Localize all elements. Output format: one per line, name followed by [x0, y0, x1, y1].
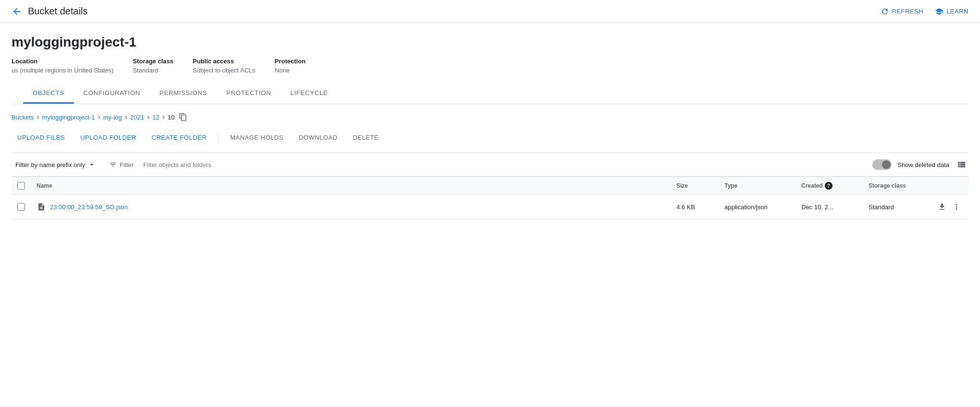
breadcrumb-10: 10 — [168, 114, 174, 121]
created-help-icon[interactable]: ? — [825, 182, 833, 190]
select-all-checkbox[interactable] — [17, 182, 25, 190]
toggle-slider — [872, 159, 892, 170]
public-access-value: Subject to object ACLs — [193, 67, 256, 74]
bucket-info: myloggingproject-1 Location us (multiple… — [0, 23, 980, 104]
page-title: Bucket details — [28, 6, 88, 17]
tab-permissions[interactable]: PERMISSIONS — [150, 84, 217, 104]
meta-storage-class: Storage class Standard — [133, 58, 173, 74]
storage-class-label: Storage class — [133, 58, 173, 65]
row-storage-class-cell: Standard — [863, 195, 930, 219]
learn-label: LEARN — [946, 8, 968, 15]
breadcrumb-sep-1: › — [98, 113, 100, 121]
th-type: Type — [719, 177, 796, 195]
row-type-cell: application/json — [719, 195, 796, 219]
filter-prefix-label: Filter by name prefix only — [15, 161, 85, 168]
header-right: REFRESH LEARN — [881, 7, 968, 16]
filter-right: Show deleted data — [872, 158, 968, 171]
bucket-meta: Location us (multiple regions in United … — [12, 58, 968, 74]
tab-protection[interactable]: PROTECTION — [217, 84, 281, 104]
storage-class-value: Standard — [133, 67, 173, 74]
breadcrumb: Buckets › myloggingproject-1 › my-log › … — [12, 112, 968, 122]
row-more-button[interactable] — [950, 201, 963, 213]
header-left: Bucket details — [12, 6, 88, 17]
breadcrumb-12[interactable]: 12 — [152, 114, 159, 121]
breadcrumb-project[interactable]: myloggingproject-1 — [42, 114, 95, 121]
delete-button[interactable]: DELETE — [347, 130, 384, 145]
breadcrumb-buckets[interactable]: Buckets — [12, 114, 34, 121]
row-download-button[interactable] — [936, 201, 948, 213]
table-header: Name Size Type Created ? — [12, 177, 968, 195]
create-folder-button[interactable]: CREATE FOLDER — [146, 130, 213, 145]
header: Bucket details REFRESH LEARN — [0, 0, 980, 23]
filter-icon-button[interactable]: Filter — [105, 159, 137, 170]
back-button[interactable] — [12, 6, 22, 17]
upload-files-button[interactable]: UPLOAD FILES — [12, 130, 71, 145]
row-checkbox-cell — [12, 195, 31, 219]
action-divider — [218, 132, 219, 144]
row-size-cell: 4.6 KB — [671, 195, 719, 219]
upload-folder-button[interactable]: UPLOAD FOLDER — [74, 130, 142, 145]
th-name: Name — [31, 177, 671, 195]
protection-value: None — [275, 67, 306, 74]
learn-button[interactable]: LEARN — [935, 7, 968, 16]
content: Buckets › myloggingproject-1 › my-log › … — [0, 104, 980, 227]
th-created: Created ? — [796, 177, 863, 195]
download-button[interactable]: DOWNLOAD — [293, 130, 343, 145]
table-row: 23:00:00_23:59:59_SO.json 4.6 KB applica… — [12, 195, 968, 219]
location-value: us (multiple regions in United States) — [12, 67, 113, 74]
filter-input[interactable] — [143, 161, 867, 168]
meta-location: Location us (multiple regions in United … — [12, 58, 113, 74]
tabs: OBJECTS CONFIGURATION PERMISSIONS PROTEC… — [12, 84, 968, 104]
breadcrumb-2021[interactable]: 2021 — [130, 114, 144, 121]
refresh-label: REFRESH — [892, 8, 924, 15]
breadcrumb-sep-4: › — [162, 113, 165, 121]
row-checkbox[interactable] — [17, 203, 25, 211]
th-checkbox — [12, 177, 31, 195]
protection-label: Protection — [275, 58, 306, 65]
th-actions — [930, 177, 968, 195]
row-created-cell: Dec 10, 2... — [796, 195, 863, 219]
th-size: Size — [671, 177, 719, 195]
file-icon — [37, 202, 46, 212]
filter-label: Filter — [120, 161, 134, 168]
action-bar: UPLOAD FILES UPLOAD FOLDER CREATE FOLDER… — [12, 130, 968, 145]
table-body: 23:00:00_23:59:59_SO.json 4.6 KB applica… — [12, 195, 968, 219]
density-button[interactable] — [955, 158, 968, 171]
tab-lifecycle[interactable]: LIFECYCLE — [281, 84, 337, 104]
filter-prefix-button[interactable]: Filter by name prefix only — [12, 159, 99, 170]
filter-bar: Filter by name prefix only Filter Show d… — [12, 153, 968, 177]
bucket-name: myloggingproject-1 — [12, 35, 968, 50]
objects-table: Name Size Type Created ? — [12, 177, 968, 219]
table-container: Name Size Type Created ? — [12, 177, 968, 219]
tab-objects[interactable]: OBJECTS — [23, 84, 74, 104]
row-name-cell: 23:00:00_23:59:59_SO.json — [31, 195, 671, 219]
file-name-link[interactable]: 23:00:00_23:59:59_SO.json — [50, 204, 128, 211]
show-deleted-label: Show deleted data — [897, 161, 949, 168]
meta-protection: Protection None — [275, 58, 306, 74]
breadcrumb-sep-3: › — [147, 113, 149, 121]
public-access-label: Public access — [193, 58, 256, 65]
breadcrumb-mylog[interactable]: my-log — [103, 114, 122, 121]
copy-path-button[interactable] — [178, 112, 188, 122]
tab-configuration[interactable]: CONFIGURATION — [74, 84, 150, 104]
breadcrumb-sep-2: › — [125, 113, 127, 121]
th-storage-class: Storage class — [863, 177, 930, 195]
row-actions-cell — [930, 195, 968, 219]
manage-holds-button[interactable]: MANAGE HOLDS — [224, 130, 289, 145]
location-label: Location — [12, 58, 113, 65]
refresh-button[interactable]: REFRESH — [881, 7, 924, 16]
show-deleted-toggle[interactable] — [872, 159, 892, 170]
breadcrumb-sep-0: › — [37, 113, 39, 121]
meta-public-access: Public access Subject to object ACLs — [193, 58, 256, 74]
